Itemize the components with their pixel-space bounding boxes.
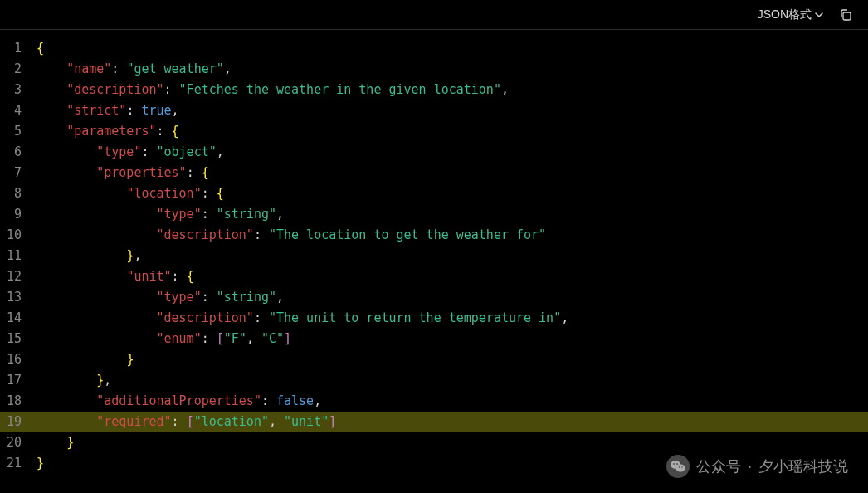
token-key: "properties"	[96, 165, 186, 180]
code-line[interactable]: 18 "additionalProperties": false,	[0, 391, 868, 412]
copy-button[interactable]	[838, 7, 853, 22]
code-line[interactable]: 14 "description": "The unit to return th…	[0, 308, 868, 329]
token-key: "description"	[157, 227, 254, 242]
code-line[interactable]: 2 "name": "get_weather",	[0, 59, 868, 80]
svg-point-3	[675, 465, 685, 472]
line-number: 6	[0, 142, 30, 163]
token-string: "F"	[224, 331, 246, 346]
token-punct: :	[261, 393, 276, 408]
line-content: "parameters": {	[30, 121, 868, 142]
code-line[interactable]: 9 "type": "string",	[0, 204, 868, 225]
token-key: "type"	[157, 290, 202, 305]
token-punct: ,	[224, 61, 232, 76]
line-number: 11	[0, 246, 30, 266]
token-string: "The location to get the weather for"	[269, 227, 546, 242]
line-content: "unit": {	[30, 266, 868, 287]
code-line[interactable]: 7 "properties": {	[0, 163, 868, 183]
code-line[interactable]: 17 },	[0, 370, 868, 391]
line-number: 9	[0, 204, 30, 225]
code-line[interactable]: 10 "description": "The location to get t…	[0, 225, 868, 246]
svg-point-5	[676, 463, 678, 465]
token-punct: :	[164, 82, 179, 97]
line-content: },	[30, 370, 868, 391]
line-number: 3	[0, 80, 30, 100]
token-bracket: ]	[329, 414, 336, 429]
svg-point-4	[673, 463, 675, 465]
code-line[interactable]: 11 },	[0, 246, 868, 266]
token-bracket: ]	[284, 331, 291, 346]
token-string: "unit"	[284, 414, 329, 429]
line-content: "description": "The location to get the …	[30, 225, 868, 246]
token-punct: ,	[561, 310, 568, 325]
line-number: 10	[0, 225, 30, 246]
token-brace: {	[202, 165, 209, 180]
token-punct: ,	[104, 373, 111, 388]
token-brace: {	[172, 124, 179, 139]
line-content: "name": "get_weather",	[30, 59, 868, 80]
token-key: "type"	[157, 207, 202, 222]
line-number: 12	[0, 266, 30, 287]
token-bool: true	[141, 103, 171, 118]
line-content: }	[30, 349, 868, 370]
token-key: "enum"	[157, 331, 202, 346]
code-line[interactable]: 13 "type": "string",	[0, 287, 868, 308]
line-number: 7	[0, 163, 30, 183]
code-line[interactable]: 5 "parameters": {	[0, 121, 868, 142]
token-punct: :	[202, 207, 217, 222]
line-content: {	[30, 38, 868, 59]
line-content: "type": "string",	[30, 204, 868, 225]
token-bool: false	[276, 393, 314, 408]
code-line[interactable]: 6 "type": "object",	[0, 142, 868, 163]
token-bracket: [	[217, 331, 224, 346]
token-punct: ,	[217, 144, 224, 159]
code-line[interactable]: 4 "strict": true,	[0, 100, 868, 121]
token-punct: :	[111, 61, 126, 76]
code-line[interactable]: 20 }	[0, 432, 868, 453]
line-content: "enum": ["F", "C"]	[30, 329, 868, 349]
token-key: "description"	[66, 82, 163, 97]
line-number: 17	[0, 370, 30, 391]
format-dropdown[interactable]: JSON格式	[758, 7, 823, 22]
line-content: "description": "The unit to return the t…	[30, 308, 868, 329]
token-key: "strict"	[66, 103, 126, 118]
watermark-name: 夕小瑶科技说	[758, 456, 848, 476]
svg-point-7	[681, 466, 683, 468]
token-punct: :	[172, 269, 187, 284]
code-line[interactable]: 15 "enum": ["F", "C"]	[0, 329, 868, 349]
toolbar: JSON格式	[0, 0, 868, 30]
line-number: 4	[0, 100, 30, 121]
token-punct: :	[254, 227, 269, 242]
line-content: "required": ["location", "unit"]	[30, 412, 868, 432]
line-content: "location": {	[30, 183, 868, 204]
line-content: "additionalProperties": false,	[30, 391, 868, 412]
token-bracket: [	[187, 414, 194, 429]
code-line[interactable]: 3 "description": "Fetches the weather in…	[0, 80, 868, 100]
code-line[interactable]: 8 "location": {	[0, 183, 868, 204]
code-line[interactable]: 19 "required": ["location", "unit"]	[0, 412, 868, 432]
token-string: "object"	[157, 144, 217, 159]
line-number: 13	[0, 287, 30, 308]
line-number: 1	[0, 38, 30, 59]
token-brace: }	[126, 352, 134, 367]
token-key: "parameters"	[66, 124, 156, 139]
token-brace: {	[37, 41, 44, 56]
line-number: 19	[0, 412, 30, 432]
line-content: }	[30, 432, 868, 453]
token-key: "location"	[126, 186, 201, 201]
svg-point-6	[679, 466, 680, 468]
code-line[interactable]: 1{	[0, 38, 868, 59]
token-string: "location"	[194, 414, 269, 429]
token-brace: }	[66, 435, 74, 450]
code-editor[interactable]: 1{2 "name": "get_weather",3 "description…	[0, 30, 868, 474]
line-content: "type": "object",	[30, 142, 868, 163]
token-punct: ,	[314, 393, 321, 408]
code-line[interactable]: 16 }	[0, 349, 868, 370]
code-line[interactable]: 12 "unit": {	[0, 266, 868, 287]
line-number: 2	[0, 59, 30, 80]
line-number: 16	[0, 349, 30, 370]
token-punct: ,	[172, 103, 179, 118]
line-number: 5	[0, 121, 30, 142]
token-string: "get_weather"	[126, 61, 223, 76]
token-punct: :	[126, 103, 141, 118]
token-key: "unit"	[126, 269, 171, 284]
